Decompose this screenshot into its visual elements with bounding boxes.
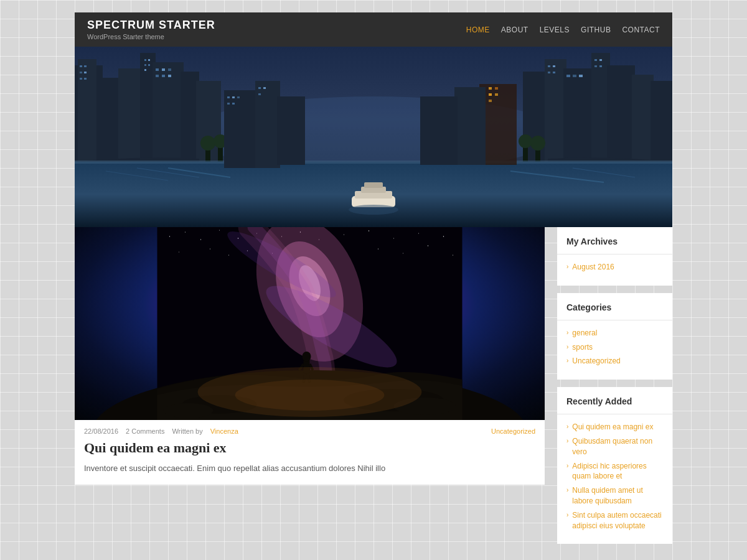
svg-rect-28 — [545, 59, 566, 165]
svg-rect-17 — [148, 59, 150, 61]
svg-rect-82 — [232, 96, 235, 98]
nav-home[interactable]: HOME — [466, 26, 490, 34]
svg-rect-35 — [553, 65, 555, 67]
recent-item-3[interactable]: › Nulla quidem amet ut labore quibusdam — [566, 485, 663, 506]
svg-rect-25 — [162, 75, 165, 77]
recent-item-2[interactable]: › Adipisci hic asperiores quam labore et — [566, 461, 663, 482]
svg-rect-36 — [548, 72, 550, 73]
site-header: SPECTRUM STARTER WordPress Starter theme… — [75, 12, 672, 47]
categories-title: Categories — [566, 302, 663, 312]
svg-rect-83 — [237, 96, 240, 98]
svg-rect-16 — [144, 59, 146, 61]
svg-point-65 — [349, 205, 398, 215]
svg-rect-22 — [162, 68, 165, 71]
archives-divider — [557, 254, 672, 254]
recent-item-0[interactable]: › Qui quidem ea magni ex — [566, 422, 663, 432]
chevron-icon: › — [566, 263, 568, 271]
article-comments[interactable]: 2 Comments — [126, 427, 164, 435]
category-item-0[interactable]: › general — [566, 328, 663, 338]
svg-rect-29 — [563, 68, 594, 165]
svg-rect-76 — [224, 90, 258, 168]
recently-added-divider — [557, 414, 672, 414]
svg-rect-23 — [168, 68, 171, 71]
site-title: SPECTRUM STARTER — [87, 19, 215, 32]
nav-about[interactable]: ABOUT — [501, 26, 529, 34]
svg-rect-4 — [100, 78, 121, 165]
categories-widget: Categories › general › sports › Uncatego… — [557, 293, 672, 380]
svg-rect-87 — [263, 87, 266, 89]
svg-point-52 — [530, 136, 545, 151]
svg-point-90 — [169, 236, 170, 236]
svg-rect-86 — [258, 87, 261, 89]
recent-label-3: Nulla quidem amet ut labore quibusdam — [572, 485, 663, 506]
svg-point-121 — [303, 352, 311, 362]
recent-item-4[interactable]: › Sint culpa autem occaecati adipisci ei… — [566, 510, 663, 531]
svg-rect-72 — [489, 93, 492, 96]
nav-contact[interactable]: CONTACT — [622, 26, 660, 34]
svg-rect-79 — [454, 87, 486, 165]
archive-item-0[interactable]: › August 2016 — [566, 262, 663, 273]
svg-rect-85 — [232, 103, 235, 105]
svg-point-103 — [443, 236, 444, 236]
category-item-2[interactable]: › Uncategorized — [566, 356, 663, 366]
chevron-icon: › — [566, 422, 568, 431]
recent-item-1[interactable]: › Quibusdam quaerat non vero — [566, 436, 663, 457]
svg-rect-11 — [84, 65, 87, 67]
svg-rect-3 — [78, 59, 96, 168]
article-meta: 22/08/2016 2 Comments Written by Vincenz… — [75, 420, 545, 440]
chevron-icon: › — [566, 462, 568, 470]
svg-rect-15 — [84, 78, 87, 80]
svg-rect-33 — [651, 81, 672, 165]
recent-label-1: Quibusdam quaerat non vero — [572, 436, 663, 457]
category-label-0: general — [572, 328, 597, 338]
svg-rect-38 — [594, 59, 597, 61]
svg-rect-19 — [148, 64, 150, 66]
nav-github[interactable]: GITHUB — [581, 26, 611, 34]
svg-rect-73 — [495, 93, 498, 96]
svg-point-102 — [418, 233, 419, 233]
svg-rect-37 — [553, 72, 555, 73]
svg-rect-42 — [566, 75, 570, 77]
hero-image — [75, 47, 672, 227]
svg-rect-24 — [156, 75, 159, 77]
svg-point-111 — [428, 245, 428, 246]
article-excerpt: Inventore et suscipit occaecati. Enim qu… — [75, 462, 545, 485]
recent-label-0: Qui quidem ea magni ex — [572, 422, 653, 432]
article-card: 22/08/2016 2 Comments Written by Vincenz… — [75, 227, 545, 485]
svg-rect-12 — [80, 72, 82, 73]
svg-point-109 — [378, 248, 378, 249]
svg-rect-64 — [364, 182, 383, 188]
svg-rect-75 — [489, 100, 492, 102]
svg-rect-10 — [80, 65, 82, 67]
article-written-by: Written by — [172, 427, 202, 435]
svg-rect-18 — [144, 64, 146, 66]
nav-levels[interactable]: LEVELS — [540, 26, 570, 34]
svg-rect-70 — [495, 87, 498, 90]
site-branding: SPECTRUM STARTER WordPress Starter theme — [87, 19, 215, 40]
recently-added-title: Recently Added — [566, 396, 663, 406]
recent-label-2: Adipisci hic asperiores quam labore et — [572, 461, 663, 482]
article-category[interactable]: Uncategorized — [491, 427, 535, 435]
svg-point-92 — [200, 239, 201, 240]
svg-rect-5 — [118, 68, 143, 165]
article-title[interactable]: Qui quidem ea magni ex — [75, 440, 545, 462]
svg-point-46 — [200, 136, 215, 151]
svg-point-104 — [179, 252, 179, 253]
category-label-1: sports — [572, 342, 593, 353]
svg-rect-14 — [80, 78, 82, 80]
chevron-icon: › — [566, 329, 568, 337]
categories-divider — [557, 320, 672, 320]
chevron-icon: › — [566, 511, 568, 520]
recent-label-4: Sint culpa autem occaecati adipisci eius… — [572, 510, 663, 531]
svg-rect-84 — [227, 103, 230, 105]
svg-point-112 — [453, 255, 453, 256]
svg-rect-26 — [168, 75, 171, 77]
article-author[interactable]: Vincenza — [210, 427, 238, 435]
svg-rect-34 — [548, 65, 550, 67]
article-featured-image — [75, 227, 545, 420]
category-label-2: Uncategorized — [572, 356, 620, 366]
svg-rect-13 — [84, 72, 87, 73]
svg-rect-81 — [227, 96, 230, 98]
svg-rect-43 — [573, 75, 576, 77]
category-item-1[interactable]: › sports — [566, 342, 663, 353]
